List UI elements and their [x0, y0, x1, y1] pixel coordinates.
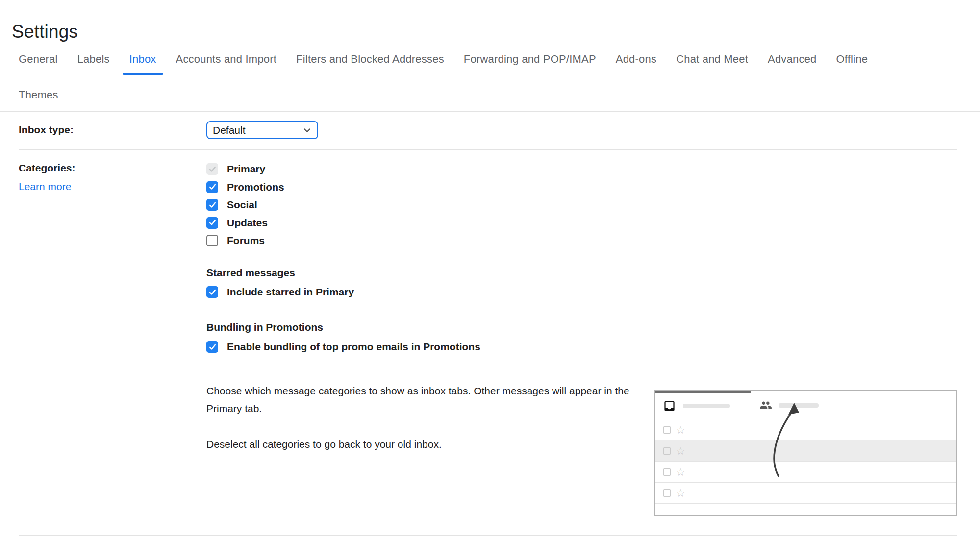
bundling-heading: Bundling in Promotions — [206, 321, 323, 333]
categories-label: Categories: — [19, 162, 75, 174]
tab-general[interactable]: General — [19, 51, 58, 67]
tab-labels[interactable]: Labels — [77, 51, 110, 67]
tab-chat-and-meet[interactable]: Chat and Meet — [676, 51, 748, 67]
forums-label: Forums — [227, 235, 265, 246]
social-checkbox[interactable] — [206, 199, 218, 211]
star-icon: ☆ — [676, 468, 685, 476]
inbox-type-divider — [19, 149, 957, 150]
option-row-updates: Updates — [206, 217, 284, 229]
tab-filters-and-blocked-addresses[interactable]: Filters and Blocked Addresses — [296, 51, 444, 67]
forums-checkbox[interactable] — [206, 235, 218, 246]
enable-bundling-of-top-promo-emails-in-promotions-label: Enable bundling of top promo emails in P… — [227, 341, 480, 353]
include-starred-in-primary-label: Include starred in Primary — [227, 286, 354, 298]
categories-checkbox-list: PrimaryPromotionsSocialUpdatesForums — [206, 163, 284, 246]
tab-forwarding-and-pop-imap[interactable]: Forwarding and POP/IMAP — [464, 51, 596, 67]
illustration-social-tab — [752, 391, 847, 419]
inbox-icon — [663, 399, 676, 413]
enable-bundling-of-top-promo-emails-in-promotions-checkbox[interactable] — [206, 341, 218, 353]
promotions-checkbox[interactable] — [206, 181, 218, 193]
check-icon — [208, 201, 217, 209]
tab-themes[interactable]: Themes — [19, 87, 58, 103]
option-row-enable-bundling-of-top-promo-emails-in-promotions: Enable bundling of top promo emails in P… — [206, 341, 480, 353]
tab-label-placeholder — [683, 404, 730, 408]
tab-advanced[interactable]: Advanced — [768, 51, 816, 67]
tab-add-ons[interactable]: Add-ons — [616, 51, 656, 67]
description-paragraph: Choose which message categories to show … — [206, 382, 648, 417]
check-icon — [208, 219, 217, 227]
social-label: Social — [227, 199, 257, 211]
illustration-email-row: ☆ — [655, 483, 956, 504]
check-icon — [208, 165, 217, 173]
star-icon: ☆ — [676, 489, 685, 497]
tab-label-placeholder — [779, 403, 819, 408]
option-row-primary: Primary — [206, 163, 284, 175]
promotions-label: Promotions — [227, 181, 284, 193]
option-row-include-starred-in-primary: Include starred in Primary — [206, 286, 354, 298]
inbox-type-selected-value: Default — [213, 124, 246, 136]
illustration-tabbar — [655, 391, 956, 419]
inbox-type-label: Inbox type: — [19, 124, 74, 136]
page-title: Settings — [12, 20, 78, 43]
checkbox-icon — [663, 426, 671, 434]
check-icon — [208, 183, 217, 191]
updates-checkbox[interactable] — [206, 217, 218, 229]
option-row-promotions: Promotions — [206, 181, 284, 193]
star-icon: ☆ — [676, 426, 685, 434]
illustration-primary-tab — [655, 391, 751, 419]
inbox-tabs-illustration: ☆ ☆ ☆ ☆ — [654, 390, 957, 516]
categories-description: Choose which message categories to show … — [206, 382, 648, 471]
tabbar-divider — [0, 111, 980, 112]
chevron-down-icon — [302, 125, 312, 135]
settings-tab-bar-row2: Themes — [19, 87, 58, 103]
tab-inbox[interactable]: Inbox — [129, 51, 156, 67]
description-paragraph: Deselect all categories to go back to yo… — [206, 436, 648, 453]
option-row-social: Social — [206, 199, 284, 211]
option-row-forums: Forums — [206, 235, 284, 246]
tab-accounts-and-import[interactable]: Accounts and Import — [176, 51, 277, 67]
checkbox-icon — [663, 468, 671, 476]
check-icon — [208, 288, 217, 296]
include-starred-in-primary-checkbox[interactable] — [206, 286, 218, 298]
primary-label: Primary — [227, 163, 265, 175]
checkbox-icon — [663, 447, 671, 455]
tab-offline[interactable]: Offline — [836, 51, 868, 67]
inbox-type-select[interactable]: Default — [206, 121, 318, 139]
illustration-email-row: ☆ — [655, 462, 956, 483]
bottom-divider — [19, 535, 957, 536]
people-icon — [759, 399, 772, 412]
check-icon — [208, 343, 217, 351]
learn-more-link[interactable]: Learn more — [19, 181, 71, 193]
settings-tab-bar-row1: GeneralLabelsInboxAccounts and ImportFil… — [19, 51, 868, 67]
star-icon: ☆ — [676, 447, 685, 455]
illustration-email-row-selected: ☆ — [655, 440, 956, 462]
checkbox-icon — [663, 489, 671, 497]
updates-label: Updates — [227, 217, 268, 229]
illustration-email-row: ☆ — [655, 419, 956, 440]
primary-checkbox — [206, 163, 218, 175]
starred-messages-heading: Starred messages — [206, 267, 295, 279]
